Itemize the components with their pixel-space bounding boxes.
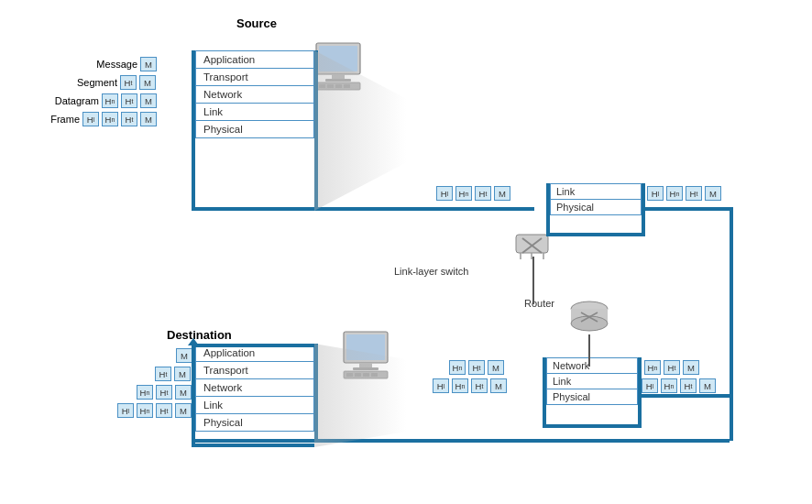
source-blue-line-bottom [192,207,318,211]
ht-box-dat: Ht [121,93,137,108]
router-layer-link: Link [547,374,637,389]
hl-box-frame: Hl [82,112,99,126]
router-layer-physical: Physical [547,389,637,404]
m-box-seg: M [139,75,156,90]
switch-label: Link-layer switch [394,266,468,277]
source-layer-network: Network [196,86,313,104]
m-dest-4: M [175,403,192,418]
switch-left-labels: Hl Hn Ht M [436,186,510,201]
m-box-dat: M [140,93,157,108]
router-blue-right [638,357,642,428]
m-rt-l2: M [490,378,507,393]
dest-layer-link: Link [196,397,313,414]
ht-rt-r2: Ht [680,378,697,393]
ht-box-seg: Ht [120,75,137,90]
m-rt-r2: M [699,378,716,393]
hn-rt-l2: Hn [452,378,468,393]
ht-sw-r: Ht [686,186,702,201]
hl-rt-r2: Hl [642,378,658,393]
m-rt-l1: M [488,360,504,375]
router-left-labels-top: Hn Ht M [449,360,504,375]
hn-dest: Hn [137,385,153,400]
router-right-labels-bottom: Hl Hn Ht M [642,378,716,393]
hn-box-frame: Hn [102,112,118,126]
dest-arrow [188,338,199,345]
dest-shade [314,344,406,447]
source-layer-transport: Transport [196,69,313,86]
router-to-right-line [638,394,733,398]
switch-blue-bottom [546,233,645,236]
hl-sw-l: Hl [436,186,453,201]
dest-layer-physical: Physical [196,414,313,431]
dest-hl-row: Hl Hn Ht M [117,403,192,418]
ht-dest2: Ht [156,385,172,400]
router-to-dest-vertical [588,334,590,367]
m-box-frame: M [140,112,157,126]
dest-layer-network: Network [196,379,313,397]
switch-right-labels: Hl Hn Ht M [647,186,721,201]
router-blue-bottom [543,424,642,428]
source-label: Source [236,16,277,30]
source-shade [314,50,406,211]
source-layer-application: Application [196,51,313,69]
router-layer-network: Network [547,358,637,374]
dest-ht-row: Ht M [155,367,191,381]
hn-rt-r2: Hn [661,378,677,393]
switch-layer-stack: Link Physical [550,183,642,215]
ht-rt-l2: Ht [471,378,488,393]
m-dest-3: M [175,385,192,400]
ht-sw-l: Ht [475,186,491,201]
dest-blue-line-top [192,344,318,347]
hn-sw-l: Hn [455,186,472,201]
source-layer-link: Link [196,104,313,121]
dest-bottom-connect [192,439,291,443]
source-datagram-label: Datagram Hn Ht M [53,93,157,108]
destination-label: Destination [167,328,232,342]
switch-to-router-vertical [532,257,534,304]
hl-dest: Hl [117,403,134,418]
switch-to-router-line-top [642,207,733,211]
dest-layer-stack: Application Transport Network Link Physi… [195,344,314,432]
m-sw-r: M [705,186,721,201]
switch-blue-left [546,183,550,236]
ht-rt-l1: Ht [468,360,485,375]
ht-dest3: Ht [156,403,172,418]
router-left-labels-bottom: Hl Hn Ht M [433,378,507,393]
diagram-container: Source Application Transport Network Lin… [0,0,812,504]
ht-rt-r1: Ht [664,360,680,375]
router-right-labels-top: Hn Ht M [644,360,699,375]
switch-layer-physical: Physical [551,200,641,214]
m-rt-r1: M [683,360,699,375]
msg-box-m1: M [140,57,157,71]
hn-rt-l1: Hn [449,360,466,375]
ht-box-frame: Ht [121,112,137,126]
svg-rect-9 [516,235,548,253]
dest-blue-line-left [192,344,195,447]
switch-layer-link: Link [551,184,641,200]
ht-dest: Ht [155,367,171,381]
hn-box-dat: Hn [102,93,118,108]
m-sw-l: M [494,186,510,201]
m-dest-1: M [176,348,192,363]
dest-hn-row: Hn Ht M [137,385,192,400]
router-blue-left [543,357,546,428]
source-segment-label: Segment Ht M [71,75,156,90]
source-to-switch-line [314,207,534,211]
hn-rt-r1: Hn [644,360,661,375]
source-blue-line-left [192,50,195,211]
source-message-label: Message M [92,57,157,71]
dest-m-row: M [176,348,192,363]
dest-blue-line-bottom [192,444,314,447]
right-vertical-line [730,207,733,441]
hl-rt-l2: Hl [433,378,449,393]
svg-point-17 [571,316,608,331]
hn-dest2: Hn [137,403,153,418]
m-dest-2: M [174,367,191,381]
dest-layer-transport: Transport [196,362,313,379]
router-layer-stack: Network Link Physical [546,357,638,405]
source-layer-physical: Physical [196,121,313,137]
source-frame-label: Frame Hl Hn Ht M [48,112,157,126]
router-label: Router [524,298,554,309]
hn-sw-r: Hn [666,186,683,201]
hl-sw-r: Hl [647,186,664,201]
